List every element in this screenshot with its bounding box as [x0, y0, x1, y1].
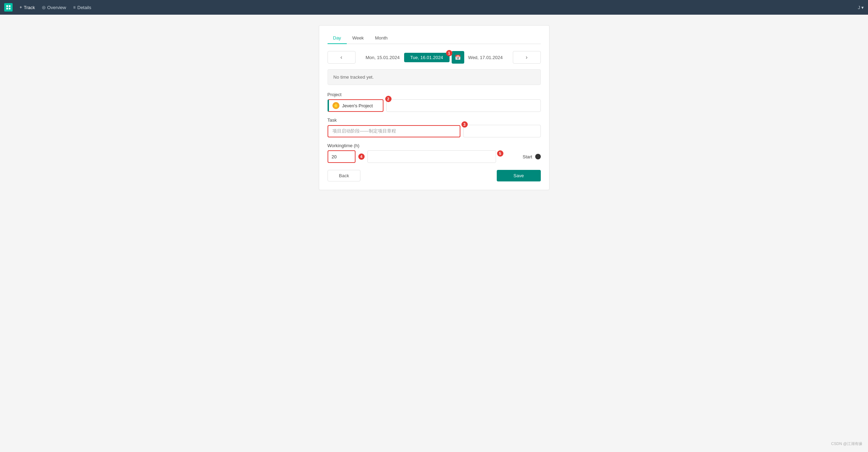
task-label: Task — [328, 117, 541, 123]
svg-rect-0 — [6, 5, 8, 7]
nav-overview[interactable]: ◎ Overview — [42, 5, 66, 10]
current-date-badge: 1 — [446, 50, 452, 56]
view-tabs: Day Week Month — [328, 33, 541, 44]
card: Day Week Month ‹ Mon, 15.01.2024 Tue, 16… — [319, 25, 550, 190]
start-badge: 5 — [497, 150, 503, 157]
save-button[interactable]: Save — [497, 170, 541, 181]
project-row: 🌟 Jeven's Project 2 — [328, 99, 541, 112]
app-logo[interactable] — [4, 3, 13, 12]
workingtime-input[interactable] — [328, 150, 356, 163]
next-date-label: Wed, 17.01.2024 — [466, 55, 505, 60]
tab-month[interactable]: Month — [370, 33, 393, 44]
nav-track[interactable]: + Track — [20, 5, 35, 10]
task-filler — [463, 125, 541, 137]
workingtime-badge: 4 — [358, 153, 365, 160]
current-date-label[interactable]: Tue, 16.01.2024 1 — [404, 53, 450, 62]
workingtime-label: Workingtime (h) — [328, 143, 541, 148]
task-group: Task 3 — [328, 117, 541, 137]
nav-details-label: Details — [77, 5, 91, 10]
prev-date-button[interactable]: ‹ — [328, 51, 356, 64]
action-row: Back Save — [328, 170, 541, 181]
task-input[interactable] — [328, 125, 460, 137]
project-label: Project — [328, 92, 541, 97]
project-group: Project 🌟 Jeven's Project 2 — [328, 92, 541, 112]
project-icon: 🌟 — [332, 102, 339, 109]
nav-overview-label: Overview — [47, 5, 66, 10]
calendar-button[interactable]: 📅 — [452, 51, 464, 64]
nav-track-label: Track — [24, 5, 35, 10]
topbar: + Track ◎ Overview ≡ Details J ▾ — [0, 0, 868, 15]
start-toggle[interactable] — [535, 154, 541, 159]
save-wrapper: Save — [497, 170, 541, 181]
user-menu[interactable]: J ▾ — [858, 5, 864, 10]
project-extra-input[interactable] — [386, 99, 541, 112]
project-badge: 2 — [385, 96, 392, 102]
nav-details[interactable]: ≡ Details — [73, 5, 91, 10]
watermark: CSDN @江湖有缘 — [831, 441, 862, 446]
start-label: Start — [523, 154, 532, 159]
date-navigation: ‹ Mon, 15.01.2024 Tue, 16.01.2024 1 📅 We… — [328, 51, 541, 64]
no-time-banner: No time tracked yet. — [328, 69, 541, 85]
tab-day[interactable]: Day — [328, 33, 347, 44]
user-initial: J — [858, 5, 860, 10]
workingtime-group: Workingtime (h) 4 Start 5 — [328, 143, 541, 163]
next-date-button[interactable]: › — [513, 51, 541, 64]
task-badge: 3 — [461, 121, 468, 128]
svg-rect-2 — [6, 8, 8, 9]
workingtime-badge-wrapper: 4 — [358, 153, 365, 160]
svg-rect-3 — [9, 8, 10, 9]
project-name: Jeven's Project — [342, 103, 373, 108]
task-row: 3 — [328, 125, 541, 137]
prev-date-label: Mon, 15.01.2024 — [364, 55, 402, 60]
tab-week[interactable]: Week — [347, 33, 370, 44]
topbar-nav: + Track ◎ Overview ≡ Details — [20, 5, 91, 10]
overview-icon: ◎ — [42, 5, 45, 10]
workingtime-row: 4 Start 5 — [328, 150, 541, 163]
project-input[interactable]: 🌟 Jeven's Project — [328, 99, 383, 112]
workingtime-bar — [367, 150, 496, 163]
track-icon: + — [20, 5, 22, 10]
back-button[interactable]: Back — [328, 170, 361, 181]
start-section: Start 5 — [499, 154, 541, 159]
calendar-icon: 📅 — [455, 55, 461, 60]
main-content: Day Week Month ‹ Mon, 15.01.2024 Tue, 16… — [0, 15, 868, 201]
date-middle: Mon, 15.01.2024 Tue, 16.01.2024 1 📅 Wed,… — [358, 51, 510, 64]
details-icon: ≡ — [73, 5, 76, 10]
svg-rect-1 — [9, 5, 10, 7]
